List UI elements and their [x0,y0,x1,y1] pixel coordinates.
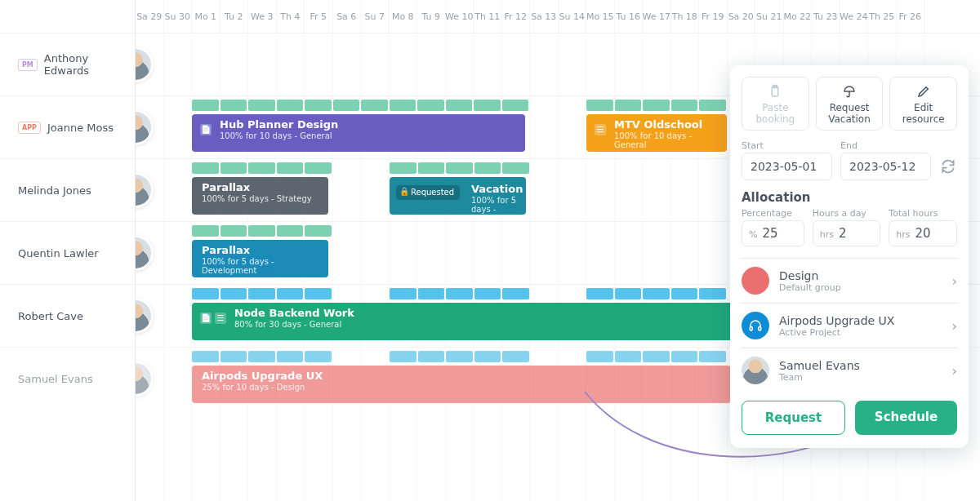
booking-panel: Paste booking Request Vacation Edit reso… [730,65,969,448]
total-input[interactable]: hrs20 [889,220,957,246]
resource-row-quentin[interactable]: Quentin Lawler [0,221,135,284]
booking-parallax-strategy[interactable]: Parallax 100% for 5 days - Strategy [192,177,328,215]
date-cell: Tu 2 [220,0,249,33]
link-team[interactable]: Samuel EvansTeam › [742,348,957,392]
avatar [136,109,154,145]
list-icon: ☰ [215,313,226,324]
date-cell: Su 30 [164,0,193,33]
booking-mtv[interactable]: ☰ MTV Oldschool 100% for 10 days - Gener… [586,114,727,152]
capacity-strip [192,351,332,362]
resource-row-joanne[interactable]: APP Joanne Moss [0,95,135,158]
clipboard-icon [768,84,782,99]
date-cell: Fr 19 [699,0,728,33]
resource-row-samuel[interactable]: Samuel Evans [0,347,135,410]
date-cell: Fr 26 [897,0,925,33]
booking-title: MTV Oldschool [614,119,719,131]
pencil-icon [916,84,931,99]
chevron-right-icon: › [952,318,957,334]
date-cell: Th 25 [868,0,897,33]
date-cell: Tu 16 [615,0,644,33]
avatar [136,298,154,334]
booking-title: Parallax [202,245,320,257]
date-cell: Sa 13 [530,0,559,33]
svg-rect-2 [750,327,752,331]
link-sub: Active Project [779,327,942,338]
date-cell: Fr 12 [502,0,531,33]
date-header: Sa 29Su 30Mo 1Tu 2We 3Th 4Fr 5Sa 6Su 7Mo… [136,0,980,33]
booking-title: Airpods Upgrade UX [202,370,723,383]
link-sub: Default group [779,282,942,293]
hours-input[interactable]: hrs2 [813,220,881,246]
percentage-input[interactable]: %25 [742,220,804,246]
date-cell: Su 7 [361,0,390,33]
booking-subtitle: 100% for 5 days - General [471,196,518,215]
end-label: End [840,140,931,151]
avatar [136,47,154,82]
date-cell: Sa 6 [333,0,362,33]
booking-vacation[interactable]: Requested Vacation 100% for 5 days - Gen… [390,177,526,215]
resource-name: Robert Cave [18,310,83,322]
date-cell: Mo 15 [586,0,615,33]
action-label: Edit resource [893,102,953,125]
resource-name: Joanne Moss [47,122,114,134]
start-date-input[interactable]: 2023-05-01 [742,153,832,180]
request-button[interactable]: Request [742,401,845,435]
date-cell: Mo 8 [390,0,418,33]
resource-row-robert[interactable]: Robert Cave [0,284,135,347]
capacity-strip [390,288,529,299]
booking-title: Hub Planner Design [220,119,517,131]
end-date-input[interactable]: 2023-05-12 [840,153,931,180]
role-badge: APP [18,122,41,134]
capacity-strip [192,162,332,174]
action-label: Paste booking [746,102,805,125]
link-design[interactable]: DesignDefault group › [742,258,957,303]
capacity-strip [192,288,332,299]
booking-title: Parallax [202,182,320,194]
note-icon: 📄 [200,124,212,135]
percentage-label: Percentage [742,208,804,219]
hours-label: Hours a day [813,208,881,219]
date-cell: Su 14 [559,0,587,33]
capacity-strip [192,225,332,237]
date-cell: Su 21 [755,0,784,33]
link-title: Design [779,269,942,282]
request-vacation-button[interactable]: Request Vacation [816,77,884,131]
link-project[interactable]: Airpods Upgrade UXActive Project › [742,303,957,348]
capacity-strip [390,162,529,174]
date-cell: Mo 22 [784,0,813,33]
paste-booking-button[interactable]: Paste booking [742,77,809,131]
total-label: Total hours [889,208,957,219]
booking-airpods-ux[interactable]: Airpods Upgrade UX 25% for 10 days - Des… [192,366,731,403]
note-icon: 📄 [200,313,212,324]
allocation-heading: Allocation [742,190,957,205]
booking-subtitle: 25% for 10 days - Design [202,383,723,392]
booking-subtitle: 100% for 10 days - General [220,131,517,141]
chevron-right-icon: › [952,363,957,379]
booking-hub-planner[interactable]: 📄 Hub Planner Design 100% for 10 days - … [192,114,525,152]
date-cell: Th 4 [277,0,305,33]
resource-row-melinda[interactable]: Melinda Jones [0,158,135,221]
capacity-strip [390,351,529,362]
link-title: Samuel Evans [779,359,942,372]
headphones-icon [742,312,769,339]
schedule-button[interactable]: Schedule [855,401,957,435]
booking-title: Vacation [471,184,518,196]
link-sub: Team [779,372,942,383]
capacity-strip [586,288,726,299]
chevron-right-icon: › [952,273,957,289]
date-cell: Fr 5 [305,0,333,33]
edit-resource-button[interactable]: Edit resource [889,77,957,131]
role-badge: PM [18,59,38,71]
resource-row-anthony[interactable]: PM Anthony Edwards [0,33,135,95]
capacity-strip [586,351,726,362]
booking-parallax-dev[interactable]: Parallax 100% for 5 days - Development [192,240,328,277]
date-cell: Tu 23 [812,0,840,33]
svg-rect-3 [759,327,761,331]
capacity-strip [586,100,726,111]
avatar [136,235,154,271]
umbrella-icon [842,84,857,99]
sync-icon[interactable] [939,157,957,175]
capacity-strip [192,100,528,111]
color-dot-icon [742,267,769,295]
booking-subtitle: 100% for 5 days - Development [202,257,320,276]
